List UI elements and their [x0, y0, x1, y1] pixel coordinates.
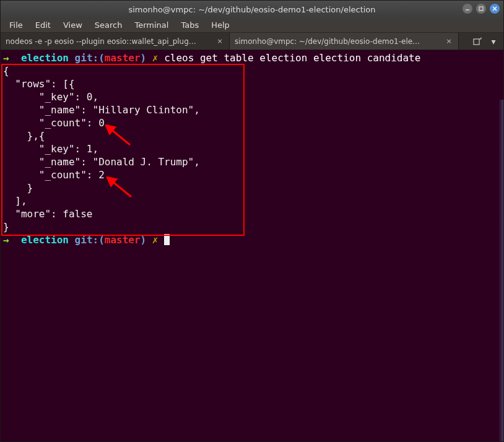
prompt-branch-close: )	[141, 52, 147, 64]
prompt2-branch: master	[105, 234, 141, 246]
prompt-branch: master	[105, 52, 141, 64]
prompt-branch-open: (	[98, 52, 105, 64]
cursor	[164, 234, 170, 245]
prompt-git: git:	[75, 52, 99, 64]
output-line-7: "_name": "Donald J. Trump",	[3, 156, 200, 168]
terminal-area[interactable]: → election git:(master) ✗ cleos get tabl…	[1, 50, 503, 441]
menu-search[interactable]: Search	[89, 19, 129, 32]
titlebar: simonho@vmpc: ~/dev/github/eosio-demo1-e…	[1, 1, 503, 18]
maximize-button[interactable]	[476, 4, 486, 14]
prompt2-dirty-icon: ✗	[152, 234, 159, 246]
new-tab-button[interactable]	[471, 35, 484, 48]
tab-2-label: simonho@vmpc: ~/dev/github/eosio-demo1-e…	[235, 37, 441, 46]
output-line-5: },{	[3, 130, 45, 142]
prompt-arrow: →	[3, 52, 9, 64]
output-line-4: "_count": 0	[3, 117, 105, 129]
tabbar-right: ▾	[467, 33, 503, 50]
output-line-3: "_name": "Hillary Clinton",	[3, 104, 200, 116]
output-line-9: }	[3, 182, 33, 194]
terminal-window: simonho@vmpc: ~/dev/github/eosio-demo1-e…	[0, 0, 504, 442]
output-line-6: "_key": 1,	[3, 143, 98, 155]
output-line-2: "_key": 0,	[3, 91, 98, 103]
command-text: cleos get table election election candid…	[164, 52, 420, 64]
window-title: simonho@vmpc: ~/dev/github/eosio-demo1-e…	[128, 5, 375, 14]
output-line-0: {	[3, 65, 9, 77]
tab-1[interactable]: nodeos -e -p eosio --plugin eosio::walle…	[1, 33, 230, 50]
prompt2-git: git:	[75, 234, 99, 246]
output-line-8: "_count": 2	[3, 169, 105, 181]
minimize-button[interactable]	[463, 4, 472, 14]
window-controls	[463, 4, 500, 14]
tab-1-label: nodeos -e -p eosio --plugin eosio::walle…	[6, 37, 212, 46]
menu-edit[interactable]: Edit	[29, 19, 57, 32]
menu-help[interactable]: Help	[205, 19, 236, 32]
tab-2-close-icon[interactable]: ×	[445, 37, 453, 46]
svg-rect-4	[474, 39, 479, 45]
tab-2[interactable]: simonho@vmpc: ~/dev/github/eosio-demo1-e…	[230, 33, 459, 50]
menu-tabs[interactable]: Tabs	[175, 19, 205, 32]
prompt2-arrow: →	[3, 234, 9, 246]
prompt-dirty-icon: ✗	[152, 52, 159, 64]
close-button[interactable]	[490, 4, 500, 14]
output-line-12: }	[3, 221, 9, 233]
prompt2-branch-open: (	[98, 234, 105, 246]
tab-1-close-icon[interactable]: ×	[215, 37, 224, 46]
prompt2-branch-close: )	[141, 234, 147, 246]
menu-view[interactable]: View	[57, 19, 89, 32]
output-line-1: "rows": [{	[3, 78, 75, 90]
menu-file[interactable]: File	[3, 19, 29, 32]
prompt-dir: election	[21, 52, 69, 64]
svg-rect-1	[479, 7, 483, 11]
scrollbar[interactable]	[498, 100, 503, 441]
menubar: File Edit View Search Terminal Tabs Help	[1, 18, 503, 33]
tab-menu-button[interactable]: ▾	[487, 35, 500, 48]
tabbar: nodeos -e -p eosio --plugin eosio::walle…	[1, 33, 503, 50]
prompt2-dir: election	[21, 234, 69, 246]
output-line-11: "more": false	[3, 208, 93, 220]
menu-terminal[interactable]: Terminal	[128, 19, 175, 32]
output-line-10: ],	[3, 195, 27, 207]
